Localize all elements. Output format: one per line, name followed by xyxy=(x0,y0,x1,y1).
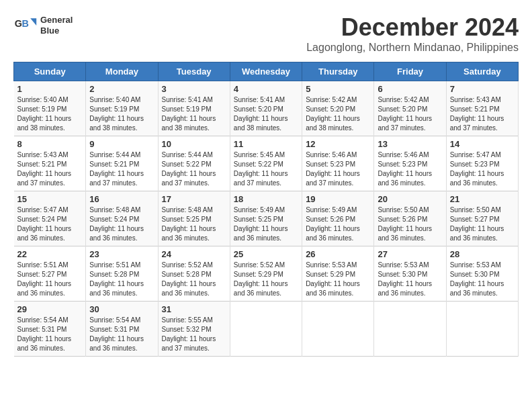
page-header: G B General Blue December 2024 Lagonglon… xyxy=(13,13,519,59)
calendar-cell: 21Sunrise: 5:50 AM Sunset: 5:27 PM Dayli… xyxy=(446,191,518,246)
title-block: December 2024 Lagonglong, Northern Minda… xyxy=(306,13,519,59)
weekday-header: Sunday xyxy=(14,62,86,81)
day-detail: Sunrise: 5:46 AM Sunset: 5:23 PM Dayligh… xyxy=(306,150,370,188)
calendar-cell: 9Sunrise: 5:44 AM Sunset: 5:21 PM Daylig… xyxy=(86,136,158,191)
day-detail: Sunrise: 5:51 AM Sunset: 5:28 PM Dayligh… xyxy=(89,261,154,298)
calendar-cell: 30Sunrise: 5:54 AM Sunset: 5:31 PM Dayli… xyxy=(86,302,158,357)
day-number: 26 xyxy=(306,249,370,259)
day-number: 17 xyxy=(162,194,226,204)
day-number: 10 xyxy=(162,139,226,149)
day-number: 27 xyxy=(378,249,442,259)
day-number: 12 xyxy=(306,139,370,149)
logo-icon: G B xyxy=(13,13,38,38)
calendar-cell: 16Sunrise: 5:48 AM Sunset: 5:24 PM Dayli… xyxy=(86,191,158,246)
calendar-cell: 14Sunrise: 5:47 AM Sunset: 5:23 PM Dayli… xyxy=(446,136,518,191)
calendar-cell: 29Sunrise: 5:54 AM Sunset: 5:31 PM Dayli… xyxy=(14,302,86,357)
day-detail: Sunrise: 5:45 AM Sunset: 5:22 PM Dayligh… xyxy=(234,150,298,188)
day-detail: Sunrise: 5:53 AM Sunset: 5:30 PM Dayligh… xyxy=(450,261,515,298)
day-detail: Sunrise: 5:47 AM Sunset: 5:23 PM Dayligh… xyxy=(450,150,515,188)
weekday-header: Saturday xyxy=(446,62,518,81)
day-detail: Sunrise: 5:43 AM Sunset: 5:21 PM Dayligh… xyxy=(17,150,83,188)
calendar-cell: 3Sunrise: 5:41 AM Sunset: 5:19 PM Daylig… xyxy=(158,81,230,136)
day-number: 7 xyxy=(450,84,515,94)
calendar-cell: 1Sunrise: 5:40 AM Sunset: 5:19 PM Daylig… xyxy=(14,81,86,136)
day-number: 25 xyxy=(234,249,298,259)
day-number: 28 xyxy=(450,249,515,259)
day-number: 5 xyxy=(306,84,370,94)
day-detail: Sunrise: 5:48 AM Sunset: 5:25 PM Dayligh… xyxy=(162,205,226,243)
calendar-cell: 4Sunrise: 5:41 AM Sunset: 5:20 PM Daylig… xyxy=(230,81,302,136)
day-number: 3 xyxy=(162,84,226,94)
calendar-cell: 28Sunrise: 5:53 AM Sunset: 5:30 PM Dayli… xyxy=(446,246,518,302)
day-detail: Sunrise: 5:42 AM Sunset: 5:20 PM Dayligh… xyxy=(306,95,370,133)
day-number: 18 xyxy=(234,194,298,204)
day-detail: Sunrise: 5:52 AM Sunset: 5:29 PM Dayligh… xyxy=(234,261,298,298)
day-number: 22 xyxy=(17,249,83,259)
calendar-cell xyxy=(230,302,302,357)
day-number: 4 xyxy=(234,84,298,94)
day-detail: Sunrise: 5:51 AM Sunset: 5:27 PM Dayligh… xyxy=(17,261,83,298)
month-title: December 2024 xyxy=(306,13,519,42)
calendar-cell xyxy=(302,302,374,357)
day-detail: Sunrise: 5:54 AM Sunset: 5:31 PM Dayligh… xyxy=(17,316,83,353)
weekday-header: Tuesday xyxy=(158,62,230,81)
calendar-cell: 20Sunrise: 5:50 AM Sunset: 5:26 PM Dayli… xyxy=(374,191,446,246)
calendar-cell xyxy=(446,302,518,357)
day-detail: Sunrise: 5:44 AM Sunset: 5:21 PM Dayligh… xyxy=(89,150,154,188)
day-number: 1 xyxy=(17,84,83,94)
calendar-cell xyxy=(374,302,446,357)
day-number: 19 xyxy=(306,194,370,204)
day-number: 24 xyxy=(162,249,226,259)
day-number: 16 xyxy=(89,194,154,204)
day-detail: Sunrise: 5:46 AM Sunset: 5:23 PM Dayligh… xyxy=(378,150,442,188)
calendar-cell: 10Sunrise: 5:44 AM Sunset: 5:22 PM Dayli… xyxy=(158,136,230,191)
calendar-cell: 2Sunrise: 5:40 AM Sunset: 5:19 PM Daylig… xyxy=(86,81,158,136)
calendar-table: SundayMondayTuesdayWednesdayThursdayFrid… xyxy=(13,62,519,357)
day-number: 11 xyxy=(234,139,298,149)
calendar-cell: 13Sunrise: 5:46 AM Sunset: 5:23 PM Dayli… xyxy=(374,136,446,191)
day-number: 15 xyxy=(17,194,83,204)
day-detail: Sunrise: 5:53 AM Sunset: 5:29 PM Dayligh… xyxy=(306,261,370,298)
day-number: 29 xyxy=(17,304,83,314)
weekday-header: Friday xyxy=(374,62,446,81)
day-number: 31 xyxy=(162,304,226,314)
calendar-cell: 17Sunrise: 5:48 AM Sunset: 5:25 PM Dayli… xyxy=(158,191,230,246)
day-number: 9 xyxy=(89,139,154,149)
calendar-cell: 19Sunrise: 5:49 AM Sunset: 5:26 PM Dayli… xyxy=(302,191,374,246)
calendar-cell: 27Sunrise: 5:53 AM Sunset: 5:30 PM Dayli… xyxy=(374,246,446,302)
calendar-cell: 5Sunrise: 5:42 AM Sunset: 5:20 PM Daylig… xyxy=(302,81,374,136)
calendar-cell: 8Sunrise: 5:43 AM Sunset: 5:21 PM Daylig… xyxy=(14,136,86,191)
day-number: 21 xyxy=(450,194,515,204)
day-number: 14 xyxy=(450,139,515,149)
svg-text:G: G xyxy=(15,18,22,29)
day-detail: Sunrise: 5:41 AM Sunset: 5:19 PM Dayligh… xyxy=(162,95,226,133)
weekday-header: Thursday xyxy=(302,62,374,81)
calendar-cell: 22Sunrise: 5:51 AM Sunset: 5:27 PM Dayli… xyxy=(14,246,86,302)
day-number: 2 xyxy=(89,84,154,94)
calendar-cell: 24Sunrise: 5:52 AM Sunset: 5:28 PM Dayli… xyxy=(158,246,230,302)
day-number: 13 xyxy=(378,139,442,149)
logo: G B General Blue xyxy=(13,13,73,38)
day-detail: Sunrise: 5:50 AM Sunset: 5:27 PM Dayligh… xyxy=(450,205,515,243)
calendar-cell: 31Sunrise: 5:55 AM Sunset: 5:32 PM Dayli… xyxy=(158,302,230,357)
logo-text: General Blue xyxy=(40,15,73,36)
day-detail: Sunrise: 5:47 AM Sunset: 5:24 PM Dayligh… xyxy=(17,205,83,243)
day-detail: Sunrise: 5:41 AM Sunset: 5:20 PM Dayligh… xyxy=(234,95,298,133)
calendar-cell: 11Sunrise: 5:45 AM Sunset: 5:22 PM Dayli… xyxy=(230,136,302,191)
svg-marker-2 xyxy=(30,18,36,26)
day-number: 20 xyxy=(378,194,442,204)
day-number: 8 xyxy=(17,139,83,149)
calendar-cell: 26Sunrise: 5:53 AM Sunset: 5:29 PM Dayli… xyxy=(302,246,374,302)
day-detail: Sunrise: 5:53 AM Sunset: 5:30 PM Dayligh… xyxy=(378,261,442,298)
svg-text:B: B xyxy=(22,18,29,29)
calendar-cell: 7Sunrise: 5:43 AM Sunset: 5:21 PM Daylig… xyxy=(446,81,518,136)
location-title: Lagonglong, Northern Mindanao, Philippin… xyxy=(306,42,519,54)
day-detail: Sunrise: 5:43 AM Sunset: 5:21 PM Dayligh… xyxy=(450,95,515,133)
weekday-header: Wednesday xyxy=(230,62,302,81)
day-number: 6 xyxy=(378,84,442,94)
day-detail: Sunrise: 5:49 AM Sunset: 5:25 PM Dayligh… xyxy=(234,205,298,243)
day-number: 30 xyxy=(89,304,154,314)
calendar-cell: 12Sunrise: 5:46 AM Sunset: 5:23 PM Dayli… xyxy=(302,136,374,191)
calendar-cell: 6Sunrise: 5:42 AM Sunset: 5:20 PM Daylig… xyxy=(374,81,446,136)
day-detail: Sunrise: 5:40 AM Sunset: 5:19 PM Dayligh… xyxy=(89,95,154,133)
